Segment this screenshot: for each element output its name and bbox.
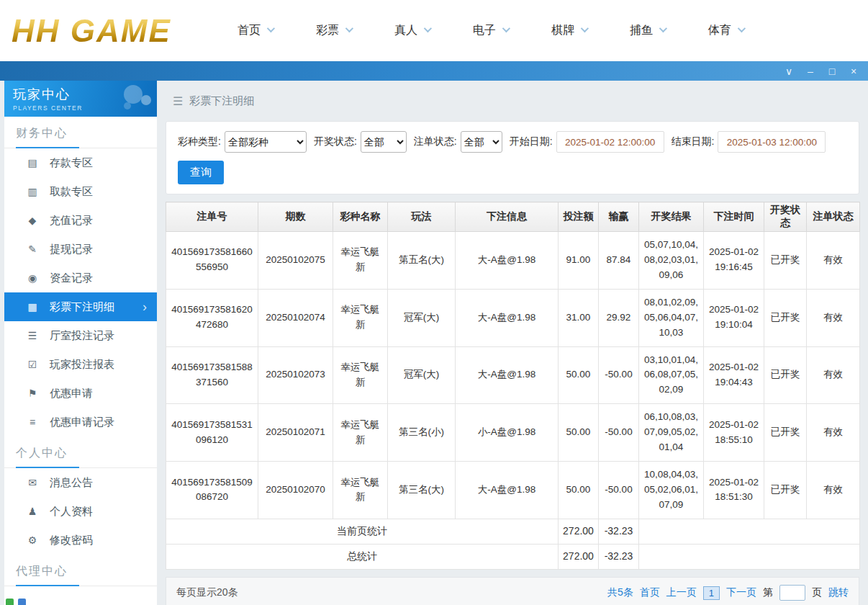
players-center-banner: 玩家中心 PLAYERS CENTER	[4, 81, 157, 117]
window-collapse-icon[interactable]: ∨	[780, 63, 797, 79]
nav-item-home[interactable]: 首页	[238, 23, 273, 38]
total-summary-row: 总统计 272.00 -32.23	[166, 544, 860, 569]
next-page-link[interactable]: 下一页	[726, 586, 756, 599]
cell-draw-result: 06,10,08,03,07,09,05,02,01,04	[639, 404, 704, 462]
taskbar-icon	[6, 599, 14, 605]
nav-label: 捕鱼	[630, 23, 653, 38]
window-maximize-icon[interactable]: □	[823, 63, 841, 79]
summary-bet-amount: 272.00	[559, 544, 599, 569]
cell-lottery-name: 幸运飞艇新	[333, 404, 388, 462]
sidebar-item-label: 优惠申请记录	[50, 416, 114, 429]
draw-status-select[interactable]: 全部	[361, 131, 407, 153]
col-draw-result: 开奖结果	[639, 202, 704, 232]
player-report-icon: ☑	[26, 359, 39, 370]
nav-item-lottery[interactable]: 彩票	[316, 23, 351, 38]
cell-play: 第三名(小)	[388, 404, 456, 462]
cell-draw-status: 已开奖	[764, 462, 807, 519]
chevron-down-icon	[659, 24, 667, 32]
cell-lottery-name: 幸运飞艇新	[333, 346, 388, 404]
cell-draw-status: 已开奖	[764, 232, 807, 290]
cell-play: 冠军(大)	[388, 289, 456, 346]
cell-period: 20250102070	[258, 462, 333, 519]
nav-item-live[interactable]: 真人	[394, 23, 430, 38]
person-icon: ♟	[26, 506, 39, 517]
hamburger-icon[interactable]: ☰	[173, 94, 183, 108]
col-win-loss: 输赢	[599, 202, 639, 232]
start-date-input[interactable]	[556, 131, 664, 153]
sidebar-item-withdrawal-records[interactable]: ✎ 提现记录	[4, 235, 157, 264]
page-suffix-label: 页	[812, 586, 822, 599]
jump-link[interactable]: 跳转	[828, 586, 849, 599]
sidebar-item-promo-apply-records[interactable]: ≡ 优惠申请记录	[4, 408, 157, 436]
per-page-label: 每页显示20条	[176, 586, 238, 599]
summary-empty	[639, 544, 860, 569]
sidebar-item-label: 优惠申请	[50, 387, 93, 400]
cell-bet-info: 大-A盘@1.98	[456, 462, 559, 519]
cell-period: 20250102075	[258, 232, 333, 290]
page-jump-input[interactable]	[779, 585, 805, 601]
brand-logo: HH GAME	[12, 13, 227, 49]
lottery-type-select[interactable]: 全部彩种	[225, 131, 307, 153]
cell-draw-status: 已开奖	[764, 289, 807, 346]
summary-label: 当前页统计	[166, 519, 559, 544]
cell-bet-info: 大-A盘@1.98	[456, 289, 559, 346]
sidebar-item-label: 彩票下注明细	[50, 300, 114, 314]
cell-order-status: 有效	[807, 289, 860, 346]
col-draw-status: 开奖状态	[764, 202, 807, 232]
nav-item-boardgames[interactable]: 棋牌	[551, 23, 587, 38]
cell-order-status: 有效	[807, 346, 860, 404]
sidebar-item-fund-records[interactable]: ◉ 资金记录	[4, 264, 157, 292]
cell-win-loss: -50.00	[599, 346, 639, 404]
cell-draw-status: 已开奖	[764, 346, 807, 404]
lottery-type-filter: 彩种类型: 全部彩种	[178, 131, 307, 153]
cell-order-id: 401569173581509086720	[166, 462, 258, 519]
sidebar-item-player-bet-report[interactable]: ☑ 玩家投注报表	[4, 350, 157, 379]
first-page-link[interactable]: 首页	[640, 586, 660, 599]
lottery-bet-detail-icon: ▦	[26, 301, 39, 313]
cell-play: 第五名(大)	[388, 232, 456, 290]
sidebar-item-deposit[interactable]: ▤ 存款专区	[4, 148, 157, 177]
sidebar-item-announcements[interactable]: ✉ 消息公告	[4, 468, 157, 497]
cell-play: 冠军(大)	[388, 346, 456, 404]
col-bet-info: 下注信息	[456, 202, 559, 232]
sidebar-item-recharge-records[interactable]: ◆ 充值记录	[4, 206, 157, 235]
announcement-bell-icon: ✉	[26, 477, 39, 488]
sidebar-item-change-password[interactable]: ⚙ 修改密码	[4, 526, 157, 555]
cell-bet-time: 2025-01-02 18:51:30	[704, 462, 764, 519]
sidebar-item-label: 厅室投注记录	[50, 329, 114, 343]
sidebar-item-hall-bet-records[interactable]: ☰ 厅室投注记录	[4, 321, 157, 350]
sidebar-item-lottery-bet-details[interactable]: ▦ 彩票下注明细 ›	[4, 292, 157, 321]
chevron-down-icon	[502, 24, 510, 32]
window-titlebar: ∨ – □ ×	[0, 61, 868, 81]
sidebar-item-withdraw[interactable]: ▥ 取款专区	[4, 177, 157, 206]
cell-bet-amount: 50.00	[559, 462, 599, 519]
section-agent-center: 代理中心	[4, 555, 157, 586]
sidebar-item-label: 个人资料	[50, 505, 93, 519]
total-count: 共5条	[607, 586, 633, 599]
hall-bet-record-icon: ☰	[26, 330, 39, 341]
sidebar-item-label: 资金记录	[50, 272, 93, 285]
end-date-input[interactable]	[718, 131, 826, 153]
window-minimize-icon[interactable]: –	[802, 63, 819, 79]
sidebar-item-profile[interactable]: ♟ 个人资料	[4, 497, 157, 526]
cell-order-id: 401569173581660556950	[166, 232, 258, 290]
chevron-down-icon	[345, 24, 353, 32]
prev-page-link[interactable]: 上一页	[666, 586, 697, 599]
summary-win-loss: -32.23	[599, 519, 639, 544]
nav-item-slots[interactable]: 电子	[473, 23, 508, 38]
cell-bet-amount: 50.00	[559, 404, 599, 462]
nav-item-sports[interactable]: 体育	[708, 23, 743, 38]
nav-item-fishing[interactable]: 捕鱼	[630, 23, 665, 38]
promo-apply-icon: ⚑	[26, 387, 39, 399]
sidebar-item-promo-apply[interactable]: ⚑ 优惠申请	[4, 379, 157, 408]
pagination-bar: 每页显示20条 共5条 首页 上一页 1 下一页 第 页 跳转	[166, 577, 859, 605]
main-nav: 首页 彩票 真人 电子 棋牌 捕鱼 体育	[238, 0, 743, 61]
search-button[interactable]: 查询	[178, 161, 224, 184]
cell-period: 20250102071	[258, 404, 333, 462]
cell-bet-time: 2025-01-02 19:04:43	[704, 346, 764, 404]
cell-win-loss: -50.00	[599, 404, 639, 462]
col-order-id: 注单号	[166, 202, 258, 232]
window-close-icon[interactable]: ×	[845, 63, 862, 79]
cell-bet-info: 小-A盘@1.98	[456, 404, 559, 462]
order-status-select[interactable]: 全部	[461, 131, 502, 153]
